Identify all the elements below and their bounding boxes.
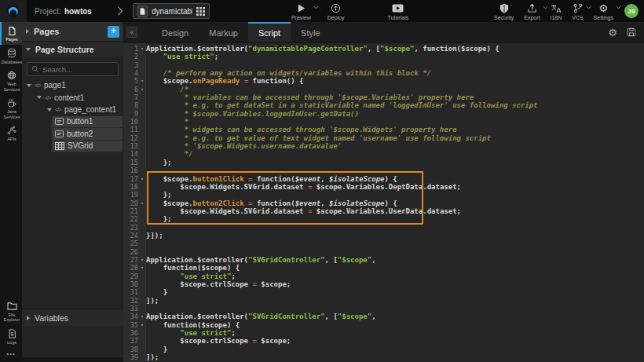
code-line: 25 <box>123 240 644 247</box>
rail-item-label: File Explorer <box>2 313 21 323</box>
export-icon <box>527 3 537 14</box>
fold-gutter <box>138 232 146 240</box>
code-line: 17▾ $scope.button1Click = function($even… <box>123 175 644 183</box>
security-button[interactable]: Security <box>491 0 517 22</box>
line-number: 18 <box>123 183 138 191</box>
deploy-button[interactable]: Deploy <box>324 0 348 22</box>
button-widget-icon <box>55 118 64 125</box>
sidebar-item-web-services[interactable]: Web Services <box>0 67 22 94</box>
code-line: 24}]); <box>123 232 644 240</box>
collapse-panel-button[interactable]: « <box>126 27 137 38</box>
tree-item-page1[interactable]: </>page1 <box>22 79 123 92</box>
search-box[interactable] <box>27 62 119 76</box>
fold-gutter <box>138 150 146 158</box>
fold-marker-icon[interactable]: ▾ <box>138 313 146 320</box>
i18n-button[interactable]: I18N <box>547 0 565 22</box>
sidebar-item-pages[interactable]: Pages <box>0 22 22 45</box>
fold-marker-icon[interactable]: ▾ <box>138 321 146 329</box>
line-number: 22 <box>123 215 138 223</box>
code-editor[interactable]: 1▾Application.$controller("dynamictableP… <box>123 43 644 362</box>
action-label: Tutorials <box>388 15 409 20</box>
tab-style[interactable]: Style <box>291 22 330 42</box>
expanded-arrow-icon[interactable] <box>47 108 52 112</box>
tree-item-button1[interactable]: button1 <box>22 116 123 129</box>
fold-gutter <box>138 191 146 199</box>
tab-design[interactable]: Design <box>152 22 199 42</box>
code-line: 26 <box>123 248 644 256</box>
line-number: 23 <box>123 224 138 232</box>
fold-marker-icon[interactable]: ▾ <box>138 199 146 207</box>
page-selector[interactable]: dynamictable <box>133 3 210 19</box>
sidebar-item-file-explorer[interactable]: File Explorer <box>0 298 22 325</box>
add-page-button[interactable]: + <box>108 26 119 38</box>
tutorials-button[interactable]: Tutorials <box>385 0 412 22</box>
sidebar-item-databases[interactable]: Databases <box>0 45 22 68</box>
fold-marker-icon[interactable]: ▾ <box>138 175 146 183</box>
rail-more-button[interactable]: ••• <box>0 347 22 362</box>
project-label: Project: <box>35 7 61 16</box>
expanded-arrow-icon[interactable] <box>27 84 31 87</box>
code-text: "use strict"; <box>146 272 236 280</box>
rail-top-group: PagesDatabasesWeb ServicesJava ServicesA… <box>0 22 22 144</box>
fold-gutter <box>138 69 146 77</box>
fold-gutter <box>138 166 146 174</box>
fold-marker-icon[interactable]: ▾ <box>138 77 146 85</box>
fold-gutter <box>138 142 146 150</box>
grid-menu-icon[interactable] <box>196 7 205 16</box>
fold-marker-icon[interactable]: ▾ <box>138 256 146 264</box>
variables-header[interactable]: Variables <box>22 309 123 326</box>
expanded-arrow-icon[interactable] <box>37 96 42 99</box>
fold-marker-icon[interactable]: ▾ <box>138 86 146 93</box>
preview-button[interactable]: Preview <box>288 0 314 22</box>
tree-item-button2[interactable]: button2 <box>22 128 123 141</box>
action-label: Preview <box>291 15 311 20</box>
code-line: 31 } <box>123 288 644 296</box>
code-line: 4 /* perform any action on widgets/varia… <box>123 69 644 77</box>
tab-script[interactable]: Script <box>248 22 291 42</box>
page-structure-header[interactable]: Page Structure <box>22 41 123 58</box>
web-services-icon <box>7 70 16 81</box>
sidebar-item-apis[interactable]: APIs <box>0 122 22 144</box>
line-number: 17 <box>123 175 138 183</box>
pages-panel-header[interactable]: Pages + <box>22 22 123 41</box>
tree-item-SVGrid[interactable]: SVGrid <box>22 141 123 153</box>
line-number: 4 <box>123 69 138 77</box>
code-text: * widgets can be accessed through '$scop… <box>146 126 457 133</box>
code-line: 18 $scope.Widgets.SVGrid.dataset = $scop… <box>123 183 644 191</box>
fold-gutter <box>138 224 146 232</box>
search-input[interactable] <box>42 65 114 74</box>
fold-gutter <box>138 272 146 280</box>
action-label: Export <box>524 15 540 20</box>
script-settings-gear-icon[interactable]: ⚙ <box>608 27 617 38</box>
action-label: Security <box>494 15 514 20</box>
code-text: $scope.Widgets.SVGrid.dataset = $scope.V… <box>146 183 461 191</box>
widget-card[interactable]: button1 <box>52 116 123 129</box>
pages-panel: Pages + Page Structure </>page1</>conten… <box>22 22 123 362</box>
grid-widget-icon <box>55 142 64 150</box>
code-text: $scope.onPageReady = function() { <box>146 77 304 85</box>
fold-marker-icon[interactable]: ▾ <box>138 264 146 272</box>
save-icon[interactable] <box>627 27 636 37</box>
code-line: 34▾Application.$controller("SVGridContro… <box>123 313 644 320</box>
line-number: 19 <box>123 191 138 199</box>
tree-item-content1[interactable]: </>content1 <box>22 92 123 104</box>
line-number: 21 <box>123 207 138 215</box>
widget-card[interactable]: button2 <box>52 128 123 141</box>
code-text: * '$scope.Widgets.username.datavalue' <box>146 142 342 150</box>
sidebar-item-java-services[interactable]: Java Services <box>0 94 22 122</box>
line-number: 30 <box>123 280 138 288</box>
fold-gutter <box>138 101 146 109</box>
rail-item-label: Logs <box>7 340 16 346</box>
sidebar-item-logs[interactable]: Logs <box>0 325 22 348</box>
user-avatar[interactable]: JS <box>624 4 639 18</box>
line-number: 20 <box>123 199 138 207</box>
export-button[interactable]: Export <box>521 0 543 22</box>
tree-item-page_content1[interactable]: </>page_content1 <box>22 104 123 116</box>
widget-card[interactable]: SVGrid <box>52 141 123 153</box>
app-logo[interactable] <box>0 0 27 22</box>
collapsed-arrow-icon <box>26 29 29 34</box>
settings-button[interactable]: ⚙Settings <box>591 0 617 22</box>
fold-marker-icon[interactable]: ▾ <box>138 45 146 53</box>
vcs-button[interactable]: VCS <box>569 0 586 22</box>
tab-markup[interactable]: Markup <box>199 22 248 42</box>
